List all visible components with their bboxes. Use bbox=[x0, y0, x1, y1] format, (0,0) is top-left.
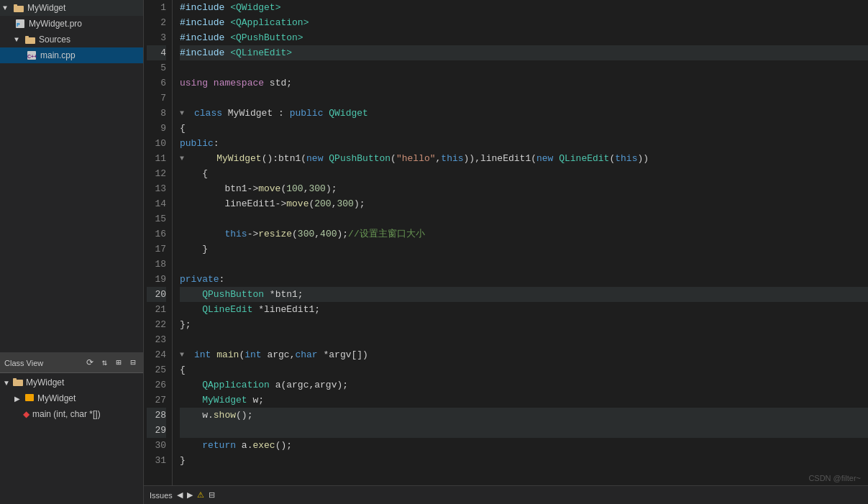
token: #include bbox=[180, 30, 230, 45]
tree-item-sources[interactable]: ▼ Sources bbox=[0, 32, 143, 47]
token: move bbox=[286, 196, 309, 211]
token: argc, bbox=[262, 347, 296, 362]
token: <QWidget> bbox=[230, 0, 280, 15]
code-line-22: }; bbox=[180, 317, 868, 332]
token: 300 bbox=[298, 226, 314, 242]
code-line-11: ▼ MyWidget():btn1(new QPushButton("hello… bbox=[180, 151, 868, 166]
token bbox=[180, 393, 202, 408]
class-tree-item-main[interactable]: ◆ main (int, char *[]) bbox=[0, 406, 143, 422]
nav-next-icon[interactable]: ▶ bbox=[187, 490, 193, 500]
class-tree-item-mywidget-folder[interactable]: ▼ MyWidget bbox=[0, 375, 143, 390]
token: ( bbox=[309, 196, 314, 211]
class-view-toolbar: ⟳ ⇅ ⊞ ⊟ bbox=[84, 357, 139, 369]
token: w; bbox=[247, 393, 264, 408]
class-view-panel: Class View ⟳ ⇅ ⊞ ⊟ ▼ bbox=[0, 353, 143, 504]
token: <QPushButton> bbox=[230, 30, 303, 45]
token: <QLineEdit> bbox=[230, 45, 292, 60]
filter-icon[interactable]: ⊟ bbox=[209, 490, 215, 500]
token: : bbox=[214, 136, 219, 151]
token bbox=[180, 287, 202, 302]
token: main bbox=[216, 347, 239, 362]
token: <QApplication> bbox=[230, 15, 309, 30]
main-cpp-label: main.cpp bbox=[40, 50, 76, 60]
token: ( bbox=[280, 181, 286, 196]
code-line-29 bbox=[180, 423, 868, 438]
ln-2: 2 bbox=[147, 15, 166, 30]
token: ( bbox=[239, 347, 245, 362]
token: *btn1; bbox=[264, 287, 303, 302]
token: QLineEdit bbox=[202, 302, 252, 317]
token: (); bbox=[236, 408, 252, 423]
token: return bbox=[202, 438, 236, 453]
token: private bbox=[180, 272, 219, 287]
ln-21: 21 bbox=[147, 302, 166, 317]
token: "hello" bbox=[396, 151, 436, 166]
fold-arrow-24[interactable]: ▼ bbox=[180, 347, 184, 362]
code-line-13: btn1->move(100,300); bbox=[180, 181, 868, 196]
code-line-24: ▼ int main(int argc,char *argv[]) bbox=[180, 347, 868, 362]
token bbox=[180, 438, 202, 453]
tree-item-mywidget-pro[interactable]: P MyWidget.pro bbox=[0, 16, 143, 32]
nav-prev-icon[interactable]: ◀ bbox=[177, 490, 183, 500]
left-panel: ▼ MyWidget P MyWidget.pro bbox=[0, 0, 144, 504]
ln-9: 9 bbox=[147, 121, 166, 136]
token: 100 bbox=[286, 181, 303, 196]
svg-text:P: P bbox=[17, 22, 20, 27]
token: a. bbox=[236, 438, 252, 453]
ln-5: 5 bbox=[147, 60, 166, 75]
token: , bbox=[314, 226, 320, 242]
token: MyWidget : bbox=[222, 106, 290, 121]
issues-bar: Issues ◀ ▶ ⚠ ⊟ bbox=[144, 485, 868, 504]
token: *lineEdit1; bbox=[252, 302, 320, 317]
expand-icon[interactable]: ⊞ bbox=[113, 357, 124, 369]
token: { bbox=[180, 362, 186, 377]
class-tree-label: main (int, char *[]) bbox=[32, 409, 101, 419]
token: (); bbox=[275, 438, 292, 453]
token: QWidget bbox=[329, 106, 368, 121]
settings-icon[interactable]: ⊟ bbox=[127, 357, 139, 369]
token: { bbox=[180, 121, 186, 136]
token: { bbox=[180, 166, 208, 181]
class-tree: ▼ MyWidget ▶ bbox=[0, 373, 143, 504]
fold-arrow-11[interactable]: ▼ bbox=[180, 151, 184, 166]
token: move bbox=[258, 181, 280, 196]
token: public bbox=[290, 106, 324, 121]
sync-icon[interactable]: ⟳ bbox=[84, 357, 96, 369]
ln-29: 29 bbox=[147, 423, 166, 438]
tree-item-mywidget-root[interactable]: ▼ MyWidget bbox=[0, 0, 143, 16]
ln-26: 26 bbox=[147, 377, 166, 393]
ln-23: 23 bbox=[147, 332, 166, 347]
warning-icon: ⚠ bbox=[197, 490, 204, 500]
token bbox=[323, 106, 329, 121]
class-tree-item-mywidget-class[interactable]: ▶ MyWidget bbox=[0, 390, 143, 406]
svg-rect-5 bbox=[25, 36, 29, 38]
sort-icon[interactable]: ⇅ bbox=[99, 357, 110, 369]
class-icon bbox=[24, 393, 35, 405]
token bbox=[553, 151, 559, 166]
token: ( bbox=[292, 226, 298, 242]
token: 200 bbox=[314, 196, 331, 211]
line-numbers: 1 2 3 4 5 6 7 8 9 10 11 12 13 14 15 16 1… bbox=[144, 0, 173, 485]
token: exec bbox=[252, 438, 275, 453]
code-line-2: #include <QApplication> bbox=[180, 15, 868, 30]
folder-sources-icon bbox=[24, 34, 36, 45]
token: MyWidget bbox=[216, 151, 261, 166]
token bbox=[208, 75, 214, 91]
code-line-31: } bbox=[180, 453, 868, 468]
tree-arrow: ▼ bbox=[3, 4, 12, 12]
token: ( bbox=[390, 151, 396, 166]
token: int bbox=[245, 347, 261, 362]
class-view-header: Class View ⟳ ⇅ ⊞ ⊟ bbox=[0, 353, 143, 373]
fold-arrow-8[interactable]: ▼ bbox=[180, 106, 184, 121]
token: *argv[]) bbox=[318, 347, 368, 362]
code-line-3: #include <QPushButton> bbox=[180, 30, 868, 45]
ln-18: 18 bbox=[147, 257, 166, 272]
code-line-17: } bbox=[180, 242, 868, 257]
code-line-26: QApplication a(argc,argv); bbox=[180, 377, 868, 393]
code-editor[interactable]: 1 2 3 4 5 6 7 8 9 10 11 12 13 14 15 16 1… bbox=[144, 0, 868, 485]
code-line-19: private: bbox=[180, 272, 868, 287]
tree-item-main-cpp[interactable]: C++ main.cpp bbox=[0, 47, 143, 63]
code-line-7 bbox=[180, 91, 868, 106]
token bbox=[323, 151, 329, 166]
token: , bbox=[332, 196, 337, 211]
